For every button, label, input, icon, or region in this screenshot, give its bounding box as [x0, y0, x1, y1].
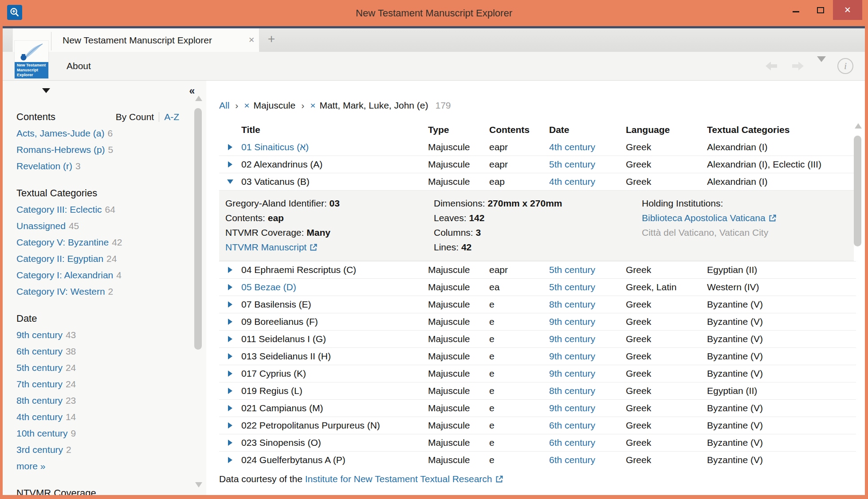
sidebar-item-label[interactable]: Romans-Hebrews (p) [16, 144, 105, 155]
facet-item[interactable]: Category IV: Western2 [16, 283, 179, 300]
resource-logo-button[interactable]: New Testament Manuscript Explorer [15, 41, 48, 78]
sidebar-item-label[interactable]: 9th century [16, 330, 63, 340]
row-date[interactable]: 6th century [549, 437, 626, 448]
row-title[interactable]: 09 Boreelianus (F) [241, 316, 428, 327]
facet-item[interactable]: Revelation (r)3 [16, 158, 179, 174]
row-title[interactable]: 017 Cyprius (K) [241, 368, 428, 379]
column-header-contents[interactable]: Contents [489, 125, 549, 135]
minimize-button[interactable] [783, 0, 808, 20]
main-scrollbar-thumb[interactable] [854, 136, 861, 246]
sidebar-item-label[interactable]: 8th century [16, 395, 63, 405]
expand-button[interactable] [219, 405, 241, 411]
maximize-button[interactable] [808, 0, 833, 20]
column-header-type[interactable]: Type [428, 125, 489, 135]
intf-link[interactable]: Institute for New Testament Textual Rese… [305, 474, 492, 484]
sidebar-item-label[interactable]: 10th century [16, 428, 68, 438]
sidebar-item-label[interactable]: more » [16, 461, 45, 471]
facet-item[interactable]: Category V: Byzantine42 [16, 234, 179, 250]
facet-item[interactable]: more » [16, 458, 179, 474]
row-title[interactable]: 011 Seidelanus I (G) [241, 334, 428, 344]
row-date[interactable]: 5th century [549, 282, 626, 292]
row-title[interactable]: 04 Ephraemi Rescriptus (C) [241, 265, 428, 275]
facet-item[interactable]: 5th century24 [16, 359, 179, 376]
facet-item[interactable]: Category III: Eclectic64 [16, 201, 179, 218]
sidebar-item-label[interactable]: Revelation (r) [16, 161, 72, 171]
expand-button[interactable] [219, 319, 241, 325]
sidebar-item-label[interactable]: 7th century [16, 379, 63, 389]
sidebar-item-label[interactable]: Category V: Byzantine [16, 237, 109, 247]
facet-item[interactable]: 8th century23 [16, 392, 179, 409]
row-title[interactable]: 024 Guelferbytanus A (P) [241, 455, 428, 465]
column-header-categories[interactable]: Textual Categories [707, 125, 856, 135]
facet-item[interactable]: Romans-Hebrews (p)5 [16, 141, 179, 158]
sidebar-item-label[interactable]: Category I: Alexandrian [16, 270, 113, 280]
row-title[interactable]: 013 Seidelianus II (H) [241, 351, 428, 362]
close-button[interactable]: ✕ [833, 0, 862, 20]
row-title[interactable]: 05 Bezae (D) [241, 282, 428, 292]
facet-item[interactable]: 4th century14 [16, 409, 179, 425]
row-date[interactable]: 4th century [549, 142, 626, 152]
row-title[interactable]: 022 Petropolitanus Purpureus (N) [241, 420, 428, 431]
row-title[interactable]: 019 Regius (L) [241, 386, 428, 396]
tab-close-icon[interactable]: ✕ [244, 28, 259, 52]
row-date[interactable]: 8th century [549, 386, 626, 396]
expand-button[interactable] [219, 301, 241, 308]
holding-institution-link[interactable]: Biblioteca Apostolica Vaticana [642, 211, 777, 225]
sidebar-item-label[interactable]: 4th century [16, 412, 63, 422]
expand-button[interactable] [219, 284, 241, 290]
row-title[interactable]: 01 Sinaiticus (א) [241, 142, 428, 152]
sort-by-count[interactable]: By Count [116, 109, 154, 125]
tab-nt-manuscript-explorer[interactable]: New Testament Manuscript Explorer ✕ [12, 28, 259, 52]
scroll-up-icon[interactable] [195, 96, 202, 101]
remove-filter-gospels-button[interactable]: × [310, 100, 315, 111]
expand-button[interactable] [219, 388, 241, 394]
facet-item[interactable]: Category I: Alexandrian4 [16, 267, 179, 283]
row-date[interactable]: 5th century [549, 159, 626, 170]
row-date[interactable]: 9th century [549, 351, 626, 362]
row-title[interactable]: 021 Campianus (M) [241, 403, 428, 413]
forward-button[interactable] [790, 61, 805, 71]
row-date[interactable]: 9th century [549, 368, 626, 379]
facet-item[interactable]: Category II: Egyptian24 [16, 250, 179, 267]
row-date[interactable]: 8th century [549, 299, 626, 310]
sort-a-z[interactable]: A-Z [164, 109, 179, 125]
menu-about[interactable]: About [53, 52, 104, 80]
sidebar-item-label[interactable]: Category IV: Western [16, 286, 105, 296]
scroll-down-icon[interactable] [195, 482, 202, 487]
expand-button[interactable] [219, 267, 241, 273]
info-button[interactable]: i [837, 58, 853, 74]
sidebar-scrollbar[interactable] [194, 81, 203, 495]
expand-button[interactable] [219, 370, 241, 377]
expand-button[interactable] [219, 336, 241, 342]
scroll-up-icon[interactable] [855, 123, 862, 129]
back-button[interactable] [764, 61, 779, 71]
facet-item[interactable]: 3rd century2 [16, 441, 179, 458]
ntvmr-manuscript-link[interactable]: NTVMR Manuscript [225, 240, 434, 254]
expand-button[interactable] [219, 457, 241, 463]
facet-item[interactable]: Acts, James-Jude (a)6 [16, 125, 179, 141]
history-dropdown-button[interactable] [817, 62, 826, 70]
row-date[interactable]: 5th century [549, 265, 626, 275]
logo-dropdown-caret-icon[interactable] [42, 88, 50, 93]
row-date[interactable]: 9th century [549, 334, 626, 344]
remove-filter-majuscule-button[interactable]: × [244, 100, 249, 111]
facet-item[interactable]: Unassigned45 [16, 218, 179, 234]
expand-button[interactable] [219, 144, 241, 150]
expand-button[interactable] [219, 179, 241, 184]
breadcrumb-all-link[interactable]: All [219, 100, 229, 111]
expand-button[interactable] [219, 161, 241, 168]
row-title[interactable]: 023 Sinopensis (O) [241, 437, 428, 448]
sidebar-scrollbar-thumb[interactable] [194, 108, 202, 350]
column-header-date[interactable]: Date [549, 125, 626, 135]
column-header-title[interactable]: Title [241, 125, 428, 135]
sidebar-item-label[interactable]: 6th century [16, 346, 63, 356]
facet-item[interactable]: 10th century9 [16, 425, 179, 441]
sidebar-item-label[interactable]: 3rd century [16, 444, 63, 455]
sidebar-item-label[interactable]: Category III: Eclectic [16, 204, 102, 214]
column-header-language[interactable]: Language [626, 125, 707, 135]
row-date[interactable]: 9th century [549, 316, 626, 327]
sidebar-item-label[interactable]: 5th century [16, 363, 63, 373]
expand-button[interactable] [219, 353, 241, 359]
sidebar-item-label[interactable]: Category II: Egyptian [16, 253, 103, 264]
row-date[interactable]: 4th century [549, 176, 626, 187]
